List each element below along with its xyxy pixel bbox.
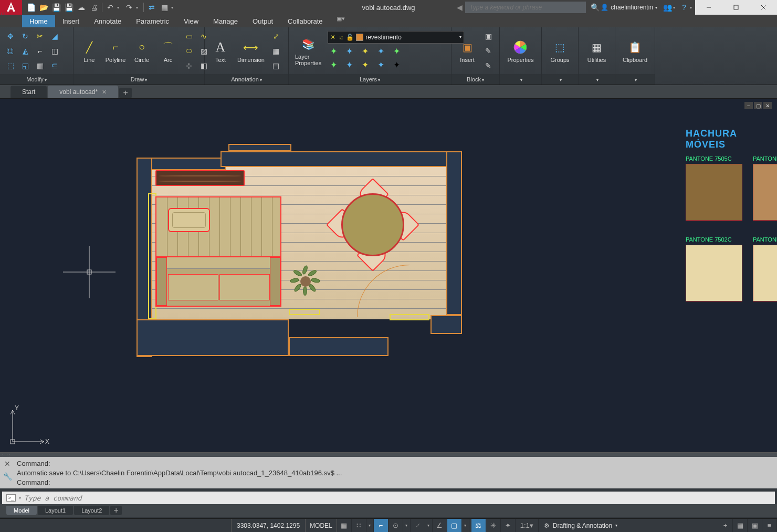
layer-ico-3[interactable]: ✦ (359, 46, 371, 57)
panel-title-clipboard[interactable]: ▾ (615, 74, 655, 85)
snap-icon[interactable]: ∷ (352, 519, 366, 532)
layout-tab-2[interactable]: Layout2 (74, 506, 109, 515)
hardware-icon[interactable]: ▦ (733, 519, 748, 532)
layer-ico-6[interactable]: ✦ (328, 59, 339, 71)
qat-customize-icon[interactable]: ▦ (159, 2, 170, 13)
help-search-input[interactable] (465, 2, 586, 13)
autodesk-icon[interactable]: 👥 (662, 2, 673, 13)
autoscale-icon[interactable]: ✦ (501, 519, 516, 532)
polar-drop-icon[interactable]: ▾ (403, 519, 411, 532)
otrack-icon[interactable]: ∠ (433, 519, 447, 532)
mtext-icon[interactable]: ▤ (270, 59, 282, 72)
panel-title-properties[interactable]: ▾ (500, 74, 541, 85)
command-resize-handle[interactable] (0, 453, 777, 457)
search-arrow-icon[interactable]: ◀ (454, 2, 465, 13)
layer-ico-7[interactable]: ✦ (343, 59, 355, 71)
ribbon-tab-output[interactable]: Output (245, 15, 280, 27)
clipboard-button[interactable]: 📋Clipboard (621, 38, 649, 64)
layer-ico-8[interactable]: ✦ (359, 59, 371, 71)
command-input[interactable] (24, 494, 771, 502)
panel-title-draw[interactable]: Draw▾ (74, 74, 204, 85)
scale-label[interactable]: 1:1 ▾ (516, 519, 539, 532)
close-tab-icon[interactable]: ✕ (102, 89, 107, 96)
layer-ico-4[interactable]: ✦ (375, 46, 386, 57)
ribbon-tab-parametric[interactable]: Parametric (129, 15, 176, 27)
move-icon[interactable]: ✥ (4, 30, 17, 43)
search-icon[interactable]: 🔍 (589, 2, 601, 13)
trim-icon[interactable]: ✂ (34, 30, 46, 43)
command-prompt-icon[interactable]: >_ (6, 494, 16, 502)
workspace-switcher[interactable]: ⚙ Drafting & Annotation ▾ (539, 522, 623, 529)
isodraft-drop-icon[interactable]: ▾ (425, 519, 433, 532)
viewport-close-icon[interactable]: ✕ (763, 102, 772, 109)
status-space-toggle[interactable]: MODEL (306, 519, 337, 532)
file-tab-current[interactable]: vobi autocad*✕ (48, 86, 118, 98)
ribbon-tab-annotate[interactable]: Annotate (87, 15, 129, 27)
isodraft-icon[interactable]: ⟋ (411, 519, 425, 532)
block-attr-icon[interactable]: ✎ (482, 59, 495, 72)
maximize-button[interactable] (722, 0, 750, 15)
redo-icon[interactable]: ↷ (123, 2, 135, 13)
rect-icon[interactable]: ▭ (183, 30, 195, 43)
panel-title-layers[interactable]: Layers▾ (289, 74, 451, 85)
dimension-button[interactable]: ⟷Dimension (235, 38, 267, 64)
arc-button[interactable]: ⌒Arc (156, 38, 180, 64)
array-icon[interactable]: ▦ (34, 59, 46, 72)
add-file-tab-button[interactable]: + (119, 88, 132, 98)
snap-drop-icon[interactable]: ▾ (366, 519, 374, 532)
panel-title-utilities[interactable]: ▾ (579, 74, 615, 85)
osnap-drop-icon[interactable]: ▾ (462, 519, 469, 532)
properties-button[interactable]: Properties (505, 38, 536, 64)
leader-icon[interactable]: ⤢ (270, 30, 282, 43)
groups-button[interactable]: ⬚Groups (548, 38, 571, 64)
table-icon[interactable]: ▦ (270, 45, 282, 57)
ribbon-tab-insert[interactable]: Insert (55, 15, 87, 27)
fillet-icon[interactable]: ⌐ (34, 45, 46, 57)
undo-icon[interactable]: ↶ (104, 2, 116, 13)
open-icon[interactable]: 📂 (38, 2, 49, 13)
layer-ico-9[interactable]: ✦ (375, 59, 386, 71)
file-tab-start[interactable]: Start (10, 86, 47, 98)
rotate-icon[interactable]: ↻ (19, 30, 32, 43)
layer-selector[interactable]: ☀ ☼ 🔓 revestimento ▾ (328, 31, 464, 44)
polar-icon[interactable]: ⊙ (388, 519, 403, 532)
cloud-save-icon[interactable]: ☁ (76, 2, 87, 13)
minimize-button[interactable] (695, 0, 722, 15)
line-button[interactable]: ╱Line (78, 38, 101, 64)
layer-ico-10[interactable]: ✦ (391, 59, 402, 71)
viewport-maximize-icon[interactable]: ▢ (754, 102, 762, 109)
create-block-icon[interactable]: ▣ (482, 30, 495, 43)
layer-ico-5[interactable]: ✦ (391, 46, 402, 57)
grid-icon[interactable]: ▦ (337, 519, 352, 532)
app-logo[interactable]: LT (0, 0, 22, 15)
ortho-icon[interactable]: ⌐ (374, 519, 388, 532)
panel-title-groups[interactable]: ▾ (542, 74, 578, 85)
qat-dropdown[interactable]: ▾ (171, 5, 176, 10)
stretch-icon[interactable]: ⬚ (4, 59, 17, 72)
close-button[interactable] (750, 0, 777, 15)
erase-icon[interactable]: ◢ (48, 30, 61, 43)
help-icon[interactable]: ? (678, 2, 690, 13)
customization-icon[interactable]: ≡ (762, 519, 777, 532)
panel-title-block[interactable]: Block▾ (452, 74, 499, 85)
point-icon[interactable]: ⊹ (183, 59, 195, 72)
layer-ico-2[interactable]: ✦ (343, 46, 355, 57)
ribbon-featured-apps-icon[interactable]: ▣▾ (337, 15, 345, 27)
share-icon[interactable]: ⇄ (146, 2, 158, 13)
mirror-icon[interactable]: ◭ (19, 45, 32, 57)
monitor-icon[interactable]: + (718, 519, 733, 532)
layer-properties-button[interactable]: 📚Layer Properties (293, 35, 323, 67)
offset-icon[interactable]: ⊆ (48, 59, 61, 72)
layout-tab-1[interactable]: Layout1 (38, 506, 73, 515)
ribbon-tab-home[interactable]: Home (22, 15, 55, 27)
layer-ico-1[interactable]: ✦ (328, 46, 339, 57)
save-as-icon[interactable]: 💾 (63, 2, 75, 13)
add-layout-button[interactable]: + (110, 506, 122, 515)
ribbon-tab-manage[interactable]: Manage (206, 15, 245, 27)
plot-icon[interactable]: 🖨 (88, 2, 100, 13)
layout-tab-model[interactable]: Model (6, 506, 37, 515)
ellipse-icon[interactable]: ⬭ (183, 45, 195, 57)
edit-block-icon[interactable]: ✎ (482, 45, 495, 57)
new-icon[interactable]: 📄 (25, 2, 37, 13)
explode-icon[interactable]: ◫ (48, 45, 61, 57)
